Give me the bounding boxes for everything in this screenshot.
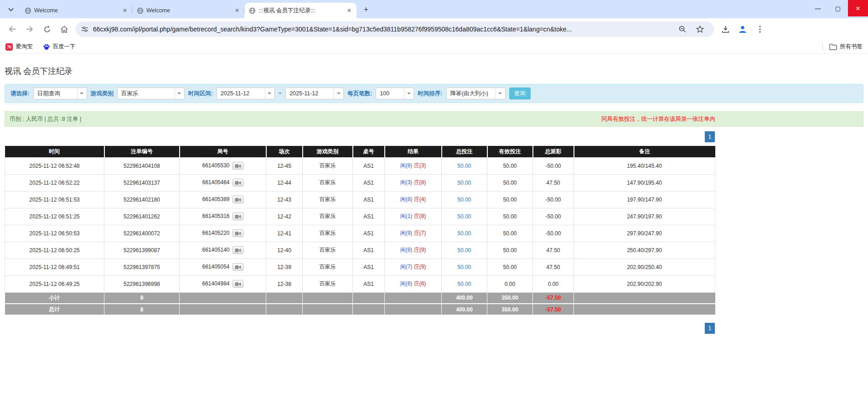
cell-session: 12-39 <box>266 259 303 275</box>
forward-button[interactable] <box>22 22 37 36</box>
total-bet-link[interactable]: 50.00 <box>457 281 471 287</box>
valid-bet-notice: 同局有效投注，统一计算在该局第一张注单内 <box>601 115 715 123</box>
page-size-select[interactable]: 100 <box>376 88 414 99</box>
tab-title: Welcome <box>146 7 231 14</box>
cell-total-bet: 50.00 <box>442 275 487 292</box>
cell-bet-no: 522961399087 <box>104 242 180 259</box>
total-bet-link[interactable]: 50.00 <box>457 163 471 169</box>
video-replay-button[interactable] <box>232 246 243 254</box>
col-total-bet: 总投注 <box>442 146 487 157</box>
cell-valid-bet: 50.00 <box>487 225 533 242</box>
total-bet-link[interactable]: 50.00 <box>457 197 471 203</box>
baidu-paw-icon <box>43 43 50 51</box>
tab-welcome-1[interactable]: Welcome ✕ <box>20 3 132 18</box>
date-to-select[interactable]: 2025-11-12 <box>285 88 344 99</box>
home-icon <box>60 26 68 33</box>
cell-game-type: 百家乐 <box>303 242 353 259</box>
cell-round-no: 661405054 <box>180 259 266 275</box>
menu-button[interactable] <box>753 22 767 36</box>
game-type-label: 游戏类别 <box>91 90 114 98</box>
page-size-label: 每页笔数: <box>347 90 372 98</box>
address-bar[interactable]: 66cxkj98.com/ipl/portal.php/game/betreco… <box>76 21 714 37</box>
page-number-button[interactable]: 1 <box>705 131 715 142</box>
video-replay-button[interactable] <box>232 280 243 288</box>
video-replay-button[interactable] <box>232 229 243 237</box>
bookmark-taobao[interactable]: 淘 爱淘宝 <box>5 43 33 51</box>
col-session: 场次 <box>266 146 303 157</box>
tab-welcome-2[interactable]: Welcome ✕ <box>132 3 244 18</box>
cell-bet-no: 522961402180 <box>104 191 180 208</box>
video-replay-button[interactable] <box>232 179 243 186</box>
result-player: 闲(8) <box>400 162 413 169</box>
tab-search-button[interactable] <box>5 3 17 16</box>
col-result: 结果 <box>385 146 442 157</box>
total-bet-link[interactable]: 50.00 <box>457 264 471 270</box>
total-bet-link[interactable]: 50.00 <box>457 230 471 237</box>
home-button[interactable] <box>57 22 72 36</box>
total-bet-link[interactable]: 50.00 <box>457 213 471 220</box>
minimize-button[interactable]: — <box>808 0 828 16</box>
cell-payout: 47.50 <box>533 259 574 275</box>
date-from-select[interactable]: 2025-11-12 <box>217 88 275 99</box>
video-replay-button[interactable] <box>232 212 243 220</box>
bookmarks-bar: 淘 爱淘宝 百度一下 所有书签 <box>0 40 868 54</box>
cell-bet-no: 522961401262 <box>104 208 180 225</box>
search-button[interactable]: 查询 <box>509 88 531 99</box>
chevron-down-icon <box>77 88 86 99</box>
cell-session: 12-40 <box>266 242 303 259</box>
col-payout: 总派彩 <box>533 146 574 157</box>
result-player: 闲(3) <box>400 179 413 186</box>
cell-payout: 47.50 <box>533 174 574 191</box>
zoom-button[interactable] <box>675 22 690 36</box>
cell-remark: 250.40/297.90 <box>574 242 715 259</box>
col-round-no: 局号 <box>180 146 266 157</box>
profile-button[interactable] <box>735 22 750 36</box>
result-banker: 庄(7) <box>414 230 426 236</box>
time-sort-select[interactable]: 降幂(由大到小) <box>446 88 506 99</box>
site-settings-icon <box>81 26 88 32</box>
bookmark-baidu[interactable]: 百度一下 <box>43 43 76 51</box>
table-row: 2025-11-12 06:49:25522961396998661404984… <box>5 275 715 292</box>
refresh-button[interactable] <box>40 22 54 36</box>
cell-bet-no: 522961396998 <box>104 275 180 292</box>
video-replay-button[interactable] <box>232 196 243 203</box>
cell-round-no: 661405464 <box>180 174 266 191</box>
video-replay-button[interactable] <box>232 162 243 170</box>
tab-bet-record-active[interactable]: :::视讯 会员下注纪录::: ✕ <box>244 3 356 18</box>
tab-close-icon[interactable]: ✕ <box>233 7 241 14</box>
total-bet-link[interactable]: 50.00 <box>457 247 471 254</box>
downloads-button[interactable] <box>718 22 733 36</box>
new-tab-button[interactable]: + <box>360 4 372 16</box>
cell-payout: 47.50 <box>533 242 574 259</box>
cell-total-bet: 50.00 <box>442 242 487 259</box>
result-player: 闲(7) <box>400 264 413 270</box>
cell-total-bet: 50.00 <box>442 225 487 242</box>
cell-remark: 197.90/147.90 <box>574 191 715 208</box>
result-banker: 庄(3) <box>414 162 426 169</box>
game-type-select[interactable]: 百家乐 <box>117 88 185 99</box>
tab-close-icon[interactable]: ✕ <box>121 7 129 14</box>
table-row: 2025-11-12 06:49:51522961397875661405054… <box>5 259 715 275</box>
query-type-select[interactable]: 日期查询 <box>33 88 87 99</box>
result-banker: 庄(9) <box>414 264 426 270</box>
total-bet-link[interactable]: 50.00 <box>457 180 471 186</box>
cell-round-no: 661405389 <box>180 191 266 208</box>
back-button[interactable] <box>5 22 20 36</box>
col-table-no: 桌号 <box>353 146 385 157</box>
bookmark-star-button[interactable] <box>692 22 707 36</box>
cell-table-no: AS1 <box>353 225 385 242</box>
page-number-button[interactable]: 1 <box>705 323 715 334</box>
col-time: 时间 <box>5 146 104 157</box>
currency-summary-text: 币别 : 人民币 | 总共 :8 注单 | <box>10 115 81 123</box>
close-button[interactable]: ✕ <box>848 0 868 16</box>
maximize-button[interactable]: ▢ <box>828 0 848 16</box>
all-bookmarks-button[interactable]: 所有书签 <box>829 43 863 51</box>
globe-icon <box>137 7 144 14</box>
total-total-bet: 400.00 <box>442 304 487 315</box>
cell-round-no: 661404984 <box>180 275 266 292</box>
time-sort-label: 时间排序: <box>418 90 442 98</box>
cell-result: 闲(3) 庄(8) <box>385 174 442 191</box>
video-replay-button[interactable] <box>232 263 243 271</box>
cell-valid-bet: 50.00 <box>487 191 533 208</box>
tab-close-icon[interactable]: ✕ <box>346 7 353 14</box>
